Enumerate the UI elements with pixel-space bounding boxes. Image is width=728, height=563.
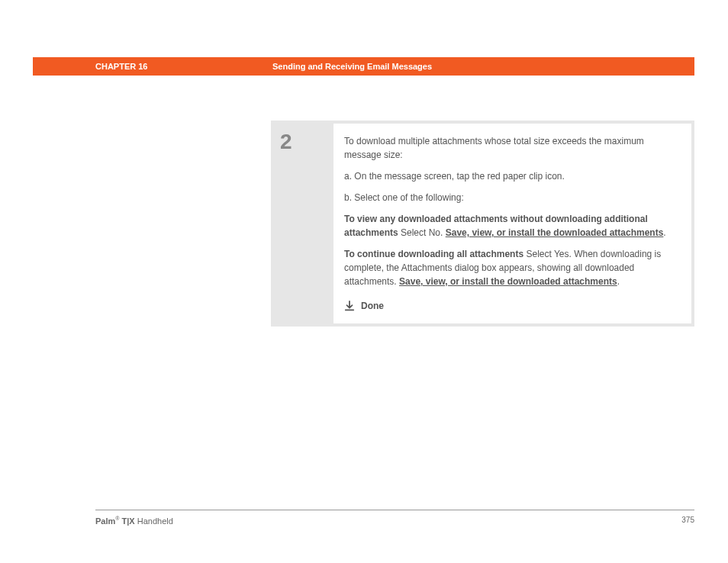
step-content: To download multiple attachments whose t… xyxy=(333,124,691,323)
para1-link[interactable]: Save, view, or install the downloaded at… xyxy=(446,227,664,238)
para2-end: . xyxy=(617,276,620,287)
footer-rule xyxy=(95,510,694,510)
done-label: Done xyxy=(361,299,384,313)
page-number: 375 xyxy=(681,516,694,526)
chapter-header-bar: CHAPTER 16 Sending and Receiving Email M… xyxy=(33,57,694,76)
chapter-label: CHAPTER 16 xyxy=(95,62,272,71)
para1-mid: Select No. xyxy=(398,227,446,238)
footer-brand: Palm xyxy=(95,516,115,526)
chapter-title: Sending and Receiving Email Messages xyxy=(272,62,432,71)
step-item-a: a. On the message screen, tap the red pa… xyxy=(344,169,678,183)
step-item-b: b. Select one of the following: xyxy=(344,191,678,204)
step-para-1: To view any downloaded attachments witho… xyxy=(344,212,678,240)
step-number: 2 xyxy=(274,124,333,323)
para1-end: . xyxy=(663,227,665,238)
download-done-icon xyxy=(344,301,355,311)
step-box: 2 To download multiple attachments whose… xyxy=(271,121,694,327)
footer-product: Palm® T|X Handheld xyxy=(95,516,173,526)
footer-suffix: Handheld xyxy=(135,516,173,526)
step-intro: To download multiple attachments whose t… xyxy=(344,134,678,162)
done-row: Done xyxy=(344,299,678,313)
para2-link[interactable]: Save, view, or install the downloaded at… xyxy=(399,276,617,287)
footer-model: T|X xyxy=(119,516,134,526)
para2-bold: To continue downloading all attachments xyxy=(344,249,523,259)
page-footer: Palm® T|X Handheld 375 xyxy=(95,516,694,526)
step-para-2: To continue downloading all attachments … xyxy=(344,247,678,288)
